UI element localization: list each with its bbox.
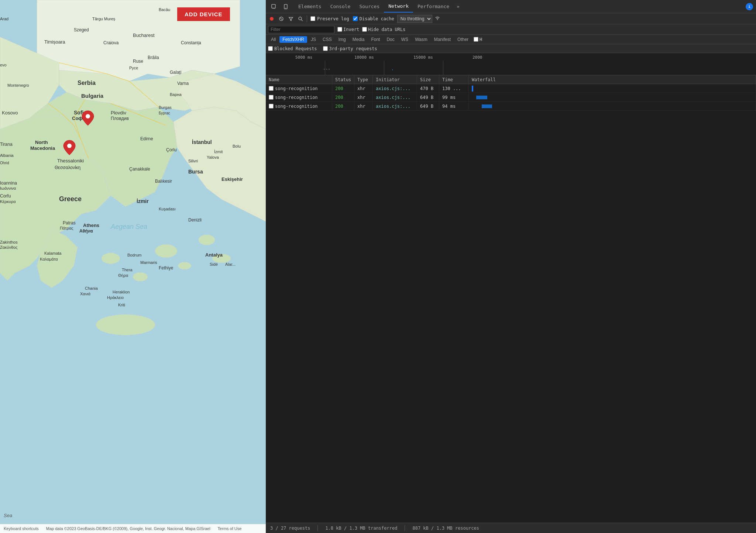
svg-text:Marmaris: Marmaris (140, 260, 157, 265)
svg-text:Kosovo: Kosovo (2, 110, 18, 116)
map-footer: Keyboard shortcuts Map data ©2023 GeoBas… (0, 524, 266, 533)
hide-data-urls-text: Hide data URLs (368, 27, 405, 32)
svg-text:Θεσσαλονίκη: Θεσσαλονίκη (55, 165, 80, 170)
type-btn-manifest[interactable]: Manifest (431, 36, 454, 43)
th-status[interactable]: Status (332, 75, 354, 84)
device-toolbar-button[interactable] (281, 1, 291, 12)
tab-more[interactable]: » (454, 2, 463, 11)
preserve-log-text: Preserve log (317, 16, 349, 21)
filter-input[interactable] (268, 26, 334, 33)
svg-text:Bolu: Bolu (233, 144, 241, 148)
th-waterfall[interactable]: Waterfall (469, 75, 756, 84)
type-btn-js[interactable]: JS (308, 36, 319, 43)
svg-point-11 (178, 262, 191, 269)
timeline-marker-1: --- (323, 66, 330, 71)
status-divider-1 (317, 525, 318, 531)
svg-text:Bodrum: Bodrum (127, 253, 142, 257)
tab-performance[interactable]: Performance (413, 1, 454, 12)
type-btn-wasm[interactable]: Wasm (412, 36, 430, 43)
hide-data-urls-label[interactable]: Hide data URLs (362, 27, 405, 32)
svg-text:Timișoara: Timișoara (44, 39, 65, 45)
svg-point-90 (67, 144, 72, 148)
row-checkbox-1[interactable] (269, 86, 274, 91)
type-btn-fetch-xhr[interactable]: Fetch/XHR (279, 36, 307, 43)
td-name-3: song-recognition (266, 102, 332, 110)
tab-elements[interactable]: Elements (294, 1, 326, 12)
invert-checkbox[interactable] (337, 27, 342, 32)
type-btn-img[interactable]: Img (336, 36, 349, 43)
svg-text:Ηράκλειο: Ηράκλειο (107, 295, 124, 300)
inspect-element-button[interactable] (269, 1, 279, 12)
svg-text:North: North (35, 140, 48, 145)
th-time[interactable]: Time (439, 75, 469, 84)
table-row[interactable]: song-recognition 200 xhr axios.cjs:... 4… (266, 84, 756, 93)
th-size[interactable]: Size (417, 75, 439, 84)
row-checkbox-3[interactable] (269, 104, 274, 109)
th-initiator[interactable]: Initiator (373, 75, 417, 84)
svg-line-98 (280, 18, 282, 20)
disable-cache-label[interactable]: Disable cache (351, 16, 396, 22)
svg-point-99 (299, 17, 302, 20)
preserve-log-label[interactable]: Preserve log (309, 16, 351, 22)
type-btn-other[interactable]: Other (454, 36, 471, 43)
svg-text:Καλαμάτα: Καλαμάτα (40, 257, 58, 261)
type-btn-ws[interactable]: WS (398, 36, 411, 43)
blocked-requests-label[interactable]: Blocked Requests (268, 46, 317, 51)
clear-button[interactable] (277, 14, 286, 23)
tab-network[interactable]: Network (384, 0, 413, 13)
svg-text:Sidé: Sidé (210, 262, 218, 266)
hide-extension-checkbox[interactable] (474, 37, 478, 42)
terms-of-use-link[interactable]: Terms of Use (218, 526, 242, 531)
devtools-tabbar: Elements Console Sources Network Perform… (266, 0, 756, 13)
filter-toggle-button[interactable] (286, 14, 295, 23)
td-initiator-3[interactable]: axios.cjs:... (373, 102, 417, 110)
hide-extension-label[interactable]: H (474, 37, 482, 42)
add-device-button[interactable]: ADD DEVICE (177, 7, 230, 21)
svg-point-12 (199, 235, 215, 245)
network-filter-bar: Invert Hide data URLs (266, 24, 756, 35)
network-toolbar: Preserve log Disable cache No throttling (266, 13, 756, 24)
td-initiator-2[interactable]: axios.cjs:... (373, 93, 417, 102)
requests-count: 3 / 27 requests (270, 526, 310, 531)
row-checkbox-2[interactable] (269, 95, 274, 100)
table-row[interactable]: song-recognition 200 xhr axios.cjs:... 6… (266, 93, 756, 102)
svg-point-14 (96, 314, 155, 335)
type-btn-all[interactable]: All (268, 36, 279, 43)
svg-text:Arad: Arad (0, 17, 8, 21)
tick-line-2 (384, 61, 384, 75)
search-button[interactable] (296, 14, 305, 23)
devtools-statusbar: 3 / 27 requests 1.8 kB / 1.3 MB transfer… (266, 523, 756, 533)
th-name[interactable]: Name (266, 75, 332, 84)
svg-text:Χανιά: Χανιά (80, 292, 91, 296)
svg-text:Αθήνα: Αθήνα (79, 228, 93, 234)
svg-text:Chania: Chania (85, 286, 98, 290)
third-party-label[interactable]: 3rd-party requests (323, 46, 377, 51)
throttle-select[interactable]: No throttling (397, 15, 432, 23)
keyboard-shortcuts-link[interactable]: Keyboard shortcuts (4, 526, 39, 531)
svg-text:Balıkesir: Balıkesir (155, 179, 172, 184)
tab-sources[interactable]: Sources (355, 1, 384, 12)
invert-label[interactable]: Invert (337, 27, 359, 32)
tick-line-3 (443, 61, 443, 75)
waterfall-bar-3 (482, 104, 492, 108)
th-type[interactable]: Type (354, 75, 373, 84)
third-party-checkbox[interactable] (323, 46, 328, 51)
svg-point-89 (86, 114, 90, 118)
table-row[interactable]: song-recognition 200 xhr axios.cjs:... 6… (266, 102, 756, 111)
network-table[interactable]: Name Status Type Initiator Size Time Wat… (266, 75, 756, 523)
svg-line-100 (301, 20, 303, 21)
type-btn-font[interactable]: Font (368, 36, 383, 43)
td-type-1: xhr (354, 84, 373, 93)
type-filter-bar: All Fetch/XHR JS CSS Img Media Font Doc … (266, 35, 756, 44)
svg-point-9 (133, 272, 148, 281)
type-btn-media[interactable]: Media (350, 36, 368, 43)
disable-cache-checkbox[interactable] (353, 16, 358, 21)
blocked-requests-checkbox[interactable] (268, 46, 273, 51)
tab-console[interactable]: Console (326, 1, 355, 12)
hide-data-urls-checkbox[interactable] (362, 27, 367, 32)
td-initiator-1[interactable]: axios.cjs:... (373, 84, 417, 93)
type-btn-doc[interactable]: Doc (384, 36, 397, 43)
record-button[interactable] (267, 14, 276, 23)
preserve-log-checkbox[interactable] (310, 16, 315, 21)
type-btn-css[interactable]: CSS (320, 36, 335, 43)
